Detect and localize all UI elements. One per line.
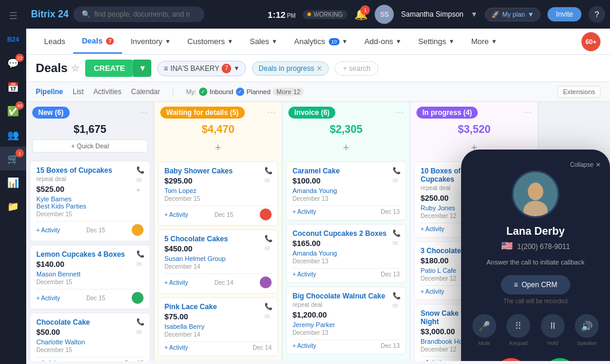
card-more-icon[interactable]: ●: [136, 186, 145, 193]
sidebar-item-chat[interactable]: 💬 22: [0, 51, 26, 75]
subtoolbar-activities[interactable]: Activities: [94, 86, 122, 98]
card-title-3[interactable]: Chocolate Cake: [36, 318, 144, 326]
col-menu-progress-icon[interactable]: ⋯: [524, 108, 532, 117]
ctrl-keypad[interactable]: ⠿ Keypad: [505, 314, 533, 346]
sidebar-item-calendar[interactable]: 📅: [0, 75, 26, 99]
nav-item-addons[interactable]: Add-ons ▼: [356, 30, 410, 53]
ctrl-mute[interactable]: 🎤 Mute: [471, 314, 498, 346]
phone-icon-w2[interactable]: 📞: [264, 235, 273, 242]
add-activity-i2[interactable]: + Activity: [292, 271, 316, 278]
sidebar-item-crm[interactable]: 🛒 1: [0, 147, 26, 170]
quick-deal-button[interactable]: + Quick Deal: [32, 139, 148, 153]
card-contact[interactable]: Kyle Barnes: [36, 195, 144, 203]
email-icon-3[interactable]: ✉: [136, 328, 145, 336]
phone-icon-i1[interactable]: 📞: [393, 167, 401, 175]
card-title-i2[interactable]: Coconut Cupcakes 2 Boxes: [292, 229, 400, 238]
nav-item-sales[interactable]: Sales ▼: [241, 30, 285, 53]
phone-icon[interactable]: 📞: [136, 166, 145, 174]
ctrl-speaker[interactable]: 🔊 Speaker: [574, 314, 601, 346]
add-activity-link-2[interactable]: + Activity: [36, 295, 60, 301]
end-call-button[interactable]: [496, 358, 527, 361]
card-title-i3[interactable]: Big Chocolate Walnut Cake: [292, 292, 400, 300]
email-icon-w2[interactable]: ✉: [264, 245, 273, 253]
sidebar-item-analytics[interactable]: 📊: [0, 170, 26, 194]
sidebar-item-logo[interactable]: B24: [0, 27, 26, 51]
card-title-2[interactable]: Lemon Cupcakes 4 Boxes: [36, 250, 144, 259]
nav-item-deals[interactable]: Deals 7: [73, 29, 122, 54]
sidebar-item-drive[interactable]: 📁: [0, 194, 26, 218]
add-waiting-btn[interactable]: +: [160, 139, 276, 157]
filter-tag[interactable]: ≡ INA'S BAKERY 7 ▼: [157, 61, 246, 76]
add-activity-i1[interactable]: + Activity: [292, 209, 316, 215]
nav-item-analytics[interactable]: Analytics 10 ▼: [286, 30, 356, 53]
answer-call-button[interactable]: [544, 358, 575, 361]
add-activity-w2[interactable]: + Activity: [164, 279, 188, 286]
open-crm-button[interactable]: ≡ Open CRM: [501, 275, 569, 294]
email-icon-w3[interactable]: ✉: [264, 313, 273, 321]
collapse-button[interactable]: Collapse ✕: [570, 161, 600, 168]
create-dropdown-button[interactable]: ▼: [133, 60, 151, 77]
col-menu-invoice-icon[interactable]: ⋯: [396, 108, 404, 117]
search-input[interactable]: [94, 10, 189, 18]
nav-item-leads[interactable]: Leads: [36, 30, 73, 53]
phone-icon-w3[interactable]: 📞: [264, 303, 273, 310]
sidebar-item-tasks[interactable]: ✅ 40: [0, 99, 26, 123]
email-icon-2[interactable]: ✉: [136, 260, 145, 268]
working-status[interactable]: WORKING: [303, 10, 347, 19]
card-contact-i3[interactable]: Jeremy Parker: [292, 321, 400, 328]
status-close-icon[interactable]: ✕: [316, 64, 322, 73]
invite-button[interactable]: Invite: [547, 7, 581, 21]
sidebar-item-contacts[interactable]: 👥: [0, 123, 26, 147]
add-activity-w1[interactable]: + Activity: [164, 211, 188, 218]
card-contact-w2[interactable]: Susan Helmet Group: [164, 255, 272, 262]
nav-item-customers[interactable]: Customers ▼: [179, 30, 242, 53]
card-contact-i2[interactable]: Amanda Young: [292, 250, 400, 257]
notification-icon-right[interactable]: 60+: [581, 32, 600, 51]
nav-item-inventory[interactable]: Inventory ▼: [122, 30, 179, 53]
sidebar-item-menu[interactable]: ☰: [0, 4, 26, 27]
ctrl-hold[interactable]: ⏸ Hold: [539, 314, 567, 346]
phone-icon-i3[interactable]: 📞: [393, 292, 401, 300]
card-company[interactable]: Best Kids Parties: [36, 203, 144, 210]
add-activity-p2[interactable]: + Activity: [421, 288, 444, 295]
email-icon[interactable]: ✉: [136, 176, 145, 184]
add-activity-w3[interactable]: + Activity: [164, 344, 188, 351]
email-icon-i1[interactable]: ✉: [393, 177, 401, 185]
add-invoice-btn[interactable]: +: [288, 139, 404, 157]
add-activity-p3[interactable]: + Activity: [421, 359, 444, 361]
card-contact-i1[interactable]: Amanda Young: [292, 187, 400, 194]
add-activity-link-3[interactable]: + Activity: [36, 360, 60, 361]
col-menu-icon[interactable]: ⋯: [139, 108, 148, 117]
phone-icon-w1[interactable]: 📞: [264, 167, 273, 175]
card-contact-w3[interactable]: Isabella Berry: [164, 323, 272, 330]
more-tag[interactable]: More 12: [273, 88, 304, 96]
card-title-w3[interactable]: Pink Lace Cake: [164, 303, 272, 311]
help-button[interactable]: ?: [589, 6, 605, 23]
card-title-w2[interactable]: 5 Chocolate Cakes: [164, 235, 272, 243]
email-icon-w1[interactable]: ✉: [264, 177, 273, 185]
phone-icon-i2[interactable]: 📞: [393, 229, 401, 237]
notification-bell[interactable]: 🔔 1: [354, 8, 368, 21]
search-bar[interactable]: 🔍: [73, 7, 204, 22]
add-activity-i3[interactable]: + Activity: [292, 343, 316, 349]
card-contact-w1[interactable]: Tom Lopez: [164, 187, 272, 194]
email-icon-i2[interactable]: ✉: [393, 239, 401, 247]
nav-item-settings[interactable]: Settings ▼: [410, 30, 463, 53]
card-title-i1[interactable]: Caramel Cake: [292, 167, 400, 175]
email-icon-i3[interactable]: ✉: [393, 302, 401, 310]
card-contact-2[interactable]: Mason Bennett: [36, 270, 144, 278]
status-tag[interactable]: Deals in progress ✕: [252, 61, 329, 76]
star-icon[interactable]: ☆: [71, 63, 79, 74]
subtoolbar-pipeline[interactable]: Pipeline: [36, 86, 63, 98]
extensions-button[interactable]: Extensions: [558, 86, 600, 98]
create-button[interactable]: CREATE: [85, 60, 133, 77]
card-title-w1[interactable]: Baby Shower Cakes: [164, 167, 272, 175]
myplan-button[interactable]: 🚀 My plan ▼: [485, 8, 540, 21]
col-menu-waiting-icon[interactable]: ⋯: [267, 108, 276, 117]
subtoolbar-calendar[interactable]: Calendar: [131, 86, 160, 98]
card-title[interactable]: 15 Boxes of Cupcakes: [36, 166, 144, 175]
card-contact-3[interactable]: Charlotte Walton: [36, 338, 144, 346]
phone-icon-3[interactable]: 📞: [136, 318, 145, 326]
phone-icon-2[interactable]: 📞: [136, 250, 145, 258]
subtoolbar-list[interactable]: List: [73, 86, 84, 98]
